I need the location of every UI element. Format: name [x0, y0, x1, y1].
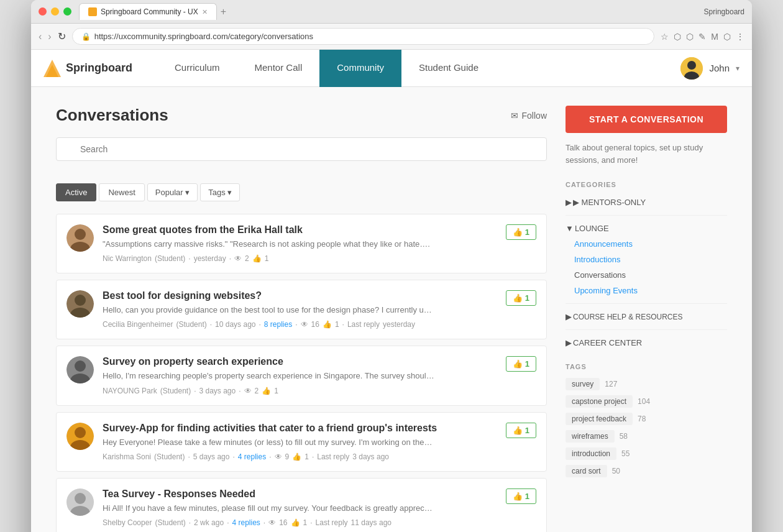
avatar-image-2	[66, 356, 94, 383]
start-conversation-button[interactable]: START A CONVERSATION	[566, 106, 727, 133]
tab-close-icon[interactable]: ✕	[202, 8, 208, 16]
extension-icon-2[interactable]: ⬡	[686, 32, 694, 42]
categories-title: CATEGORIES	[566, 181, 727, 188]
sidebar-item-label: ▶ MENTORS-ONLY	[573, 198, 646, 207]
nav-mentor-call[interactable]: Mentor Call	[237, 50, 320, 87]
nav-curriculum[interactable]: Curriculum	[157, 50, 237, 87]
user-dropdown-arrow[interactable]: ▾	[736, 64, 740, 73]
conversation-excerpt: Hey Everyone! Please take a few minutes …	[103, 437, 497, 448]
conversation-meta: Cecilia Bingenheimer (Student) · 10 days…	[103, 320, 497, 329]
follow-label: Follow	[522, 111, 547, 121]
tag-name[interactable]: project feedback	[566, 413, 633, 425]
tag-name[interactable]: capstone project	[566, 395, 633, 408]
url-bar[interactable]: 🔒 https://uxcommunity.springboard.com/ca…	[72, 28, 655, 45]
avatar	[66, 356, 94, 383]
sidebar-item-upcoming-events[interactable]: Upcoming Events	[566, 283, 727, 298]
tag-name[interactable]: survey	[566, 378, 600, 390]
nav-community[interactable]: Community	[319, 50, 401, 87]
nav-student-guide[interactable]: Student Guide	[401, 50, 496, 87]
filter-tabs: Active Newest Popular ▾ Tags ▾	[56, 183, 547, 201]
tag-name[interactable]: wireframes	[566, 430, 615, 443]
separator: ·	[259, 320, 260, 329]
filter-active[interactable]: Active	[56, 183, 96, 201]
separator: ·	[269, 452, 271, 461]
sidebar-item-course-help[interactable]: ▶ COURSE HELP & RESOURCES	[566, 309, 727, 324]
bookmark-icon[interactable]: ☆	[661, 32, 669, 42]
author-name: Cecilia Bingenheimer	[103, 320, 173, 329]
separator: ·	[295, 320, 297, 329]
sidebar-item-label: COURSE HELP & RESOURCES	[573, 313, 683, 321]
like-number: 1	[525, 492, 529, 501]
address-bar-icons: ☆ ⬡ ⬡ ✎ M ⬡ ⋮	[661, 32, 744, 42]
extension-icon-1[interactable]: ⬡	[674, 32, 681, 42]
gmail-icon[interactable]: M	[711, 32, 718, 42]
conversation-excerpt: Hello, can you provide guidance on the b…	[103, 305, 497, 316]
like-button[interactable]: 👍 1	[506, 423, 536, 438]
post-time: yesterday	[194, 254, 226, 263]
forward-button[interactable]: ›	[48, 31, 51, 42]
filter-popular[interactable]: Popular ▾	[147, 183, 198, 201]
post-time: 5 days ago	[193, 452, 230, 461]
follow-button[interactable]: ✉ Follow	[511, 111, 547, 121]
user-avatar[interactable]	[680, 57, 703, 80]
tags-title: TAGS	[566, 363, 727, 370]
avatar	[66, 224, 94, 252]
search-input[interactable]	[56, 137, 547, 161]
arrow-down-icon: ▼	[566, 224, 574, 233]
refresh-button[interactable]: ↻	[58, 30, 66, 42]
conversation-title[interactable]: Some great quotes from the Erika Hall ta…	[103, 224, 497, 236]
replies-link[interactable]: 8 replies	[264, 320, 292, 329]
filter-newest[interactable]: Newest	[99, 183, 144, 201]
close-button[interactable]	[39, 7, 47, 16]
sidebar-item-career-center[interactable]: ▶ CAREER CENTER	[566, 335, 727, 351]
browser-title: Springboard	[704, 7, 744, 16]
site-logo[interactable]: Springboard	[44, 60, 132, 77]
sidebar-item-announcements[interactable]: Announcements	[566, 236, 727, 252]
conversation-body: Tea Survey - Responses Needed Hi All! If…	[103, 488, 497, 527]
view-count: 16	[279, 518, 287, 527]
separator: ·	[239, 387, 240, 395]
author-role: (Student)	[155, 254, 185, 263]
minimize-button[interactable]	[51, 7, 59, 16]
replies-link[interactable]: 4 replies	[238, 452, 266, 461]
new-tab-button[interactable]: +	[221, 6, 226, 17]
tag-count: 127	[605, 380, 617, 388]
back-button[interactable]: ‹	[39, 31, 42, 42]
avatar-image	[680, 57, 703, 80]
tag-item: survey 127	[566, 378, 727, 390]
like-button[interactable]: 👍 1	[506, 356, 536, 372]
like-button[interactable]: 👍 1	[506, 224, 536, 240]
tab-favicon	[88, 7, 97, 16]
more-icon[interactable]: ⋮	[736, 32, 744, 42]
shield-icon[interactable]: ⬡	[723, 32, 731, 42]
conversation-title[interactable]: Survey on property search experience	[103, 356, 497, 367]
view-count: 9	[285, 452, 290, 461]
traffic-lights	[39, 7, 71, 16]
conversation-title[interactable]: Best tool for designing websites?	[103, 290, 497, 301]
separator: ·	[227, 518, 229, 527]
sidebar-item-mentors-only[interactable]: ▶ ▶ MENTORS-ONLY	[566, 195, 727, 210]
sidebar-divider	[566, 303, 727, 304]
replies-link[interactable]: 4 replies	[232, 518, 260, 527]
sidebar-item-label: Announcements	[574, 239, 633, 249]
like-button[interactable]: 👍 1	[506, 290, 536, 306]
like-number: 1	[525, 359, 529, 369]
sidebar-item-introductions[interactable]: Introductions	[566, 252, 727, 267]
like-icon: 👍	[292, 452, 301, 461]
avatar	[66, 290, 94, 318]
conversation-title[interactable]: Tea Survey - Responses Needed	[103, 488, 497, 500]
tag-name[interactable]: card sort	[566, 465, 607, 477]
sidebar-item-lounge[interactable]: ▼ LOUNGE	[566, 221, 727, 236]
conversation-title[interactable]: Survey-App for finding activities that c…	[103, 423, 497, 434]
filter-tags[interactable]: Tags ▾	[200, 183, 240, 201]
tag-name[interactable]: introduction	[566, 447, 616, 460]
conversation-item: Survey on property search experience Hel…	[56, 346, 547, 405]
arrow-right-icon: ▶	[566, 198, 572, 207]
active-tab[interactable]: Springboard Community - UX ✕	[79, 3, 217, 20]
like-button[interactable]: 👍 1	[506, 488, 536, 504]
extension-icon-3[interactable]: ✎	[698, 32, 706, 42]
maximize-button[interactable]	[63, 7, 71, 16]
view-count: 2	[245, 254, 249, 263]
browser-window: Springboard Community - UX ✕ + Springboa…	[31, 0, 752, 532]
conversation-excerpt: Hi All! If you have a few minutes, pleas…	[103, 503, 497, 514]
